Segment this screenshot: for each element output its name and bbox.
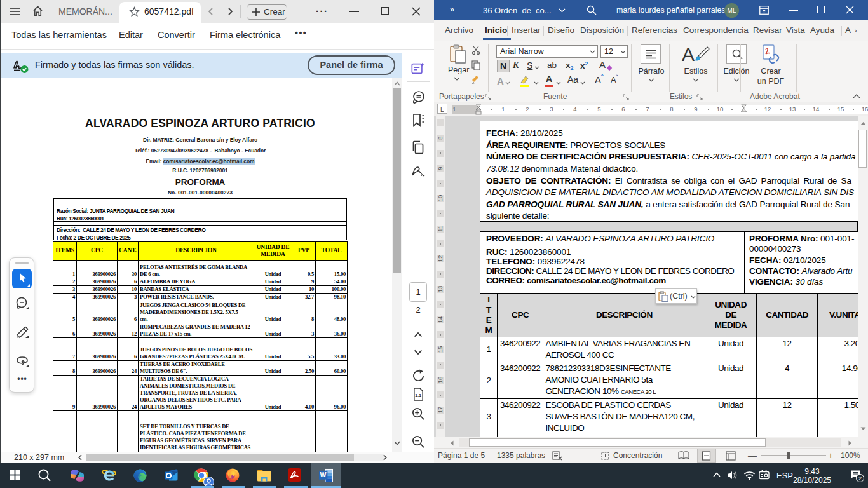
svg-text:1:1: 1:1 bbox=[415, 393, 421, 398]
svg-text:W: W bbox=[320, 471, 326, 478]
